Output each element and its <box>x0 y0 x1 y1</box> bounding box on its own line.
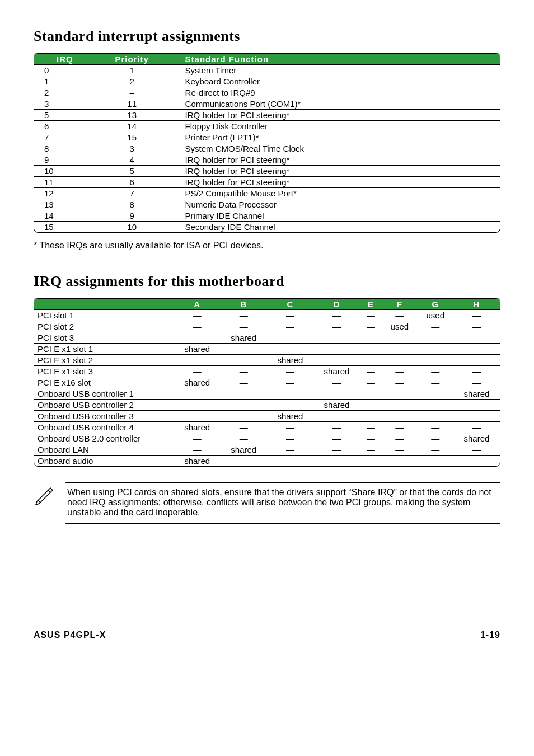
cell-value: — <box>382 388 418 400</box>
cell-value: — <box>418 444 453 456</box>
cell-irq: 0 <box>34 65 90 76</box>
cell-label: Onboard USB controller 4 <box>34 422 174 433</box>
cell-priority: 4 <box>90 154 174 166</box>
cell-value: — <box>453 332 500 344</box>
cell-priority: 8 <box>90 199 174 210</box>
cell-value: shared <box>174 377 221 388</box>
table-row: Onboard LAN—shared—————— <box>34 444 500 456</box>
table-row: 138Numeric Data Processor <box>34 199 500 210</box>
table-row: 12Keyboard Controller <box>34 76 500 87</box>
page-footer: ASUS P4GPL-X 1-19 <box>34 630 500 640</box>
th-col-b: B <box>221 299 267 310</box>
table-row: PCI slot 3—shared—————— <box>34 332 500 344</box>
cell-label: Onboard USB 2.0 controller <box>34 433 174 444</box>
section2-title: IRQ assignments for this motherboard <box>34 273 500 290</box>
cell-value: — <box>360 377 382 388</box>
cell-value: — <box>221 377 267 388</box>
cell-value: — <box>360 332 382 344</box>
cell-value: — <box>221 422 267 433</box>
cell-priority: 13 <box>90 110 174 121</box>
th-col-d: D <box>313 299 360 310</box>
cell-priority: 14 <box>90 121 174 132</box>
cell-label: PCI slot 1 <box>34 310 174 321</box>
cell-value: — <box>453 366 500 377</box>
cell-value: — <box>453 321 500 332</box>
cell-label: PCI E x1 slot 1 <box>34 344 174 355</box>
cell-value: shared <box>453 433 500 444</box>
cell-value: — <box>174 411 221 422</box>
cell-label: Onboard USB controller 1 <box>34 388 174 400</box>
cell-priority: 11 <box>90 98 174 110</box>
note-container: When using PCI cards on shared slots, en… <box>34 482 500 524</box>
interrupt-table: IRQ Priority Standard Function 01System … <box>34 53 500 232</box>
cell-value: — <box>382 377 418 388</box>
cell-value: — <box>313 321 360 332</box>
cell-value: — <box>453 400 500 411</box>
cell-value: — <box>174 388 221 400</box>
irq-motherboard-table-container: ABCDEFGH PCI slot 1——————used—PCI slot 2… <box>34 298 500 467</box>
cell-value: — <box>221 355 267 366</box>
cell-label: Onboard audio <box>34 456 174 467</box>
th-col-g: G <box>418 299 453 310</box>
cell-priority: 3 <box>90 143 174 154</box>
cell-value: — <box>267 433 313 444</box>
cell-value: — <box>418 366 453 377</box>
cell-priority: – <box>90 87 174 98</box>
cell-value: — <box>313 377 360 388</box>
cell-value: — <box>313 456 360 467</box>
cell-label: PCI E x16 slot <box>34 377 174 388</box>
th-irq: IRQ <box>34 54 90 65</box>
cell-value: — <box>418 388 453 400</box>
cell-irq: 10 <box>34 166 90 177</box>
cell-value: — <box>267 332 313 344</box>
cell-value: — <box>453 444 500 456</box>
cell-value: — <box>382 355 418 366</box>
cell-value: — <box>418 411 453 422</box>
cell-value: — <box>382 310 418 321</box>
table-row: Onboard USB controller 2———shared———— <box>34 400 500 411</box>
cell-value: — <box>313 355 360 366</box>
cell-priority: 7 <box>90 188 174 199</box>
cell-value: — <box>267 422 313 433</box>
cell-value: shared <box>174 456 221 467</box>
cell-value: — <box>418 321 453 332</box>
cell-value: — <box>174 310 221 321</box>
cell-value: — <box>360 355 382 366</box>
cell-value: — <box>221 388 267 400</box>
cell-value: — <box>313 422 360 433</box>
cell-priority: 2 <box>90 76 174 87</box>
cell-value: — <box>313 332 360 344</box>
table-row: PCI slot 2—————used—— <box>34 321 500 332</box>
cell-value: — <box>267 366 313 377</box>
table-row: 513IRQ holder for PCI steering* <box>34 110 500 121</box>
cell-value: — <box>360 444 382 456</box>
cell-function: IRQ holder for PCI steering* <box>174 177 500 188</box>
cell-label: Onboard LAN <box>34 444 174 456</box>
note-icon-wrap <box>34 482 65 509</box>
cell-value: — <box>418 433 453 444</box>
cell-value: — <box>267 444 313 456</box>
cell-value: — <box>221 411 267 422</box>
cell-function: IRQ holder for PCI steering* <box>174 166 500 177</box>
cell-function: PS/2 Compatible Mouse Port* <box>174 188 500 199</box>
cell-value: — <box>418 377 453 388</box>
cell-function: Secondary IDE Channel <box>174 222 500 233</box>
note-text: When using PCI cards on shared slots, en… <box>67 487 498 518</box>
cell-value: — <box>313 433 360 444</box>
cell-priority: 15 <box>90 132 174 143</box>
th-col-f: F <box>382 299 418 310</box>
cell-value: — <box>360 366 382 377</box>
cell-function: Floppy Disk Controller <box>174 121 500 132</box>
table-row: Onboard USB controller 4shared——————— <box>34 422 500 433</box>
cell-irq: 9 <box>34 154 90 166</box>
cell-irq: 12 <box>34 188 90 199</box>
cell-irq: 8 <box>34 143 90 154</box>
cell-value: — <box>382 344 418 355</box>
cell-function: Re-direct to IRQ#9 <box>174 87 500 98</box>
table-row: 83System CMOS/Real Time Clock <box>34 143 500 154</box>
cell-value: — <box>453 411 500 422</box>
cell-value: — <box>418 422 453 433</box>
cell-value: — <box>418 355 453 366</box>
cell-value: — <box>360 344 382 355</box>
cell-value: — <box>267 400 313 411</box>
